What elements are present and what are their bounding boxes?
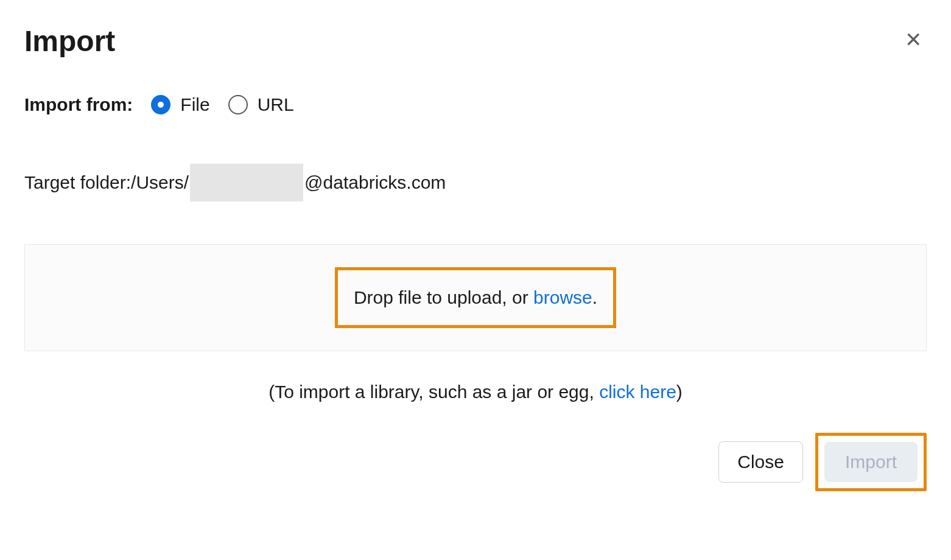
target-folder-label: Target folder: — [24, 172, 131, 193]
dropzone-after: . — [592, 287, 597, 307]
dropzone-text: Drop file to upload, or — [354, 287, 533, 307]
target-folder-row: Target folder: /Users/ @databricks.com — [24, 164, 927, 201]
library-import-hint: (To import a library, such as a jar or e… — [24, 382, 927, 402]
target-folder-prefix: /Users/ — [131, 172, 189, 193]
radio-unselected-icon — [228, 95, 248, 114]
close-button[interactable]: Close — [718, 441, 803, 483]
file-dropzone[interactable]: Drop file to upload, or browse. — [24, 244, 927, 351]
import-button-highlight: Import — [815, 433, 927, 491]
import-button[interactable]: Import — [824, 442, 918, 482]
modal-title: Import — [24, 24, 115, 58]
radio-file[interactable]: File — [151, 94, 209, 115]
radio-url-label: URL — [258, 94, 294, 115]
redacted-username — [190, 164, 303, 201]
radio-file-label: File — [180, 94, 209, 115]
browse-link[interactable]: browse — [533, 287, 592, 307]
radio-url[interactable]: URL — [228, 94, 294, 115]
library-hint-before: (To import a library, such as a jar or e… — [268, 382, 599, 402]
library-click-here-link[interactable]: click here — [599, 382, 676, 402]
close-icon[interactable]: ✕ — [900, 24, 927, 55]
dropzone-highlight: Drop file to upload, or browse. — [335, 267, 616, 328]
import-from-label: Import from: — [24, 94, 133, 115]
radio-selected-icon — [151, 95, 170, 114]
target-folder-suffix: @databricks.com — [304, 172, 446, 193]
library-hint-after: ) — [676, 382, 683, 402]
